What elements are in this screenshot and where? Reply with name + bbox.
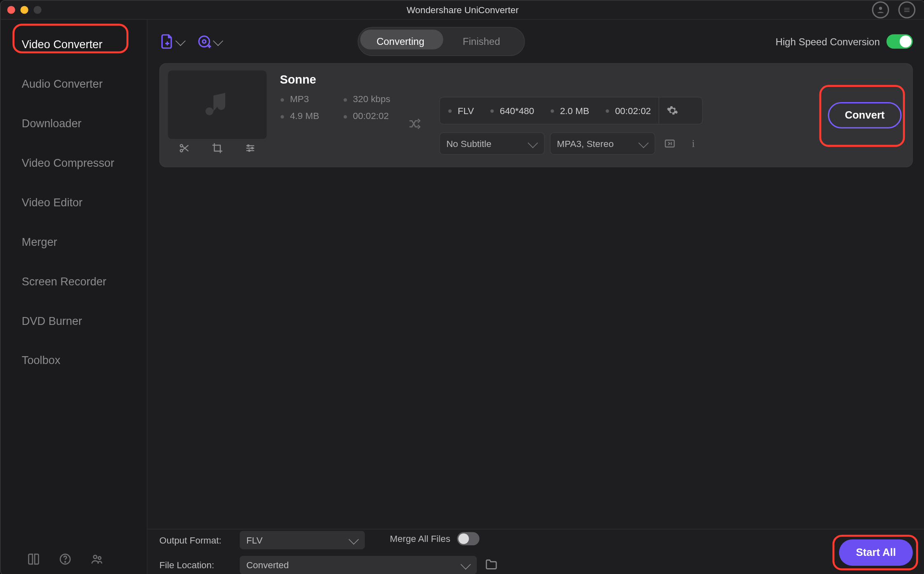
converting-finished-segment[interactable]: Converting Finished xyxy=(357,27,525,56)
src-bitrate: ●320 kbps xyxy=(343,93,390,104)
open-folder-icon[interactable] xyxy=(485,558,498,573)
guide-icon[interactable] xyxy=(27,553,40,568)
audio-value: MPA3, Stereo xyxy=(557,138,614,149)
file-location-label: File Location: xyxy=(159,560,232,571)
community-icon[interactable] xyxy=(90,553,103,568)
svg-point-9 xyxy=(203,40,206,43)
bottom-bar: Output Format: FLV Merge All Files File … xyxy=(147,529,924,574)
sidebar-item-merger[interactable]: Merger xyxy=(1,223,147,262)
chevron-down-icon xyxy=(460,559,471,569)
media-item-card: Sonne ●MP3 ●320 kbps ●4.9 MB ●00:02:02 xyxy=(159,63,913,168)
add-file-button[interactable] xyxy=(159,34,185,49)
svg-point-5 xyxy=(65,562,65,562)
seg-finished[interactable]: Finished xyxy=(441,32,522,51)
audio-dropdown[interactable]: MPA3, Stereo xyxy=(550,132,655,154)
account-icon[interactable] xyxy=(872,1,889,19)
svg-point-7 xyxy=(98,557,101,560)
help-icon[interactable] xyxy=(58,553,72,568)
file-location-value: Converted xyxy=(246,560,289,571)
high-speed-label: High Speed Conversion xyxy=(775,36,880,47)
file-location-dropdown[interactable]: Converted xyxy=(240,556,477,574)
seg-converting[interactable]: Converting xyxy=(360,32,441,51)
sidebar-footer xyxy=(1,545,147,574)
sidebar-item-video-editor[interactable]: Video Editor xyxy=(1,183,147,223)
src-duration: ●00:02:02 xyxy=(343,111,390,121)
chevron-down-icon xyxy=(638,138,649,148)
info-icon[interactable]: i xyxy=(684,134,702,153)
gear-icon[interactable] xyxy=(659,98,686,124)
sidebar-item-dvd-burner[interactable]: DVD Burner xyxy=(1,302,147,341)
merge-toggle[interactable] xyxy=(457,532,479,545)
expand-preview-icon[interactable] xyxy=(660,134,679,153)
svg-point-6 xyxy=(93,555,97,559)
chevron-down-icon xyxy=(527,138,538,148)
output-format-label: Output Format: xyxy=(159,535,232,546)
sidebar-item-toolbox[interactable]: Toolbox xyxy=(1,341,147,381)
svg-point-0 xyxy=(879,7,882,10)
subtitle-dropdown[interactable]: No Subtitle xyxy=(439,132,544,154)
out-format: ●FLV xyxy=(440,98,482,124)
chevron-down-icon xyxy=(213,35,223,46)
svg-point-12 xyxy=(247,145,249,147)
output-format-value: FLV xyxy=(246,535,262,546)
chevron-down-icon xyxy=(175,35,186,46)
svg-point-13 xyxy=(252,147,253,149)
chevron-down-icon xyxy=(349,534,359,544)
conversion-list: Sonne ●MP3 ●320 kbps ●4.9 MB ●00:02:02 xyxy=(147,63,924,529)
start-all-button[interactable]: Start All xyxy=(839,539,913,566)
close-window-icon[interactable] xyxy=(7,6,15,14)
convert-button[interactable]: Convert xyxy=(828,102,901,128)
titlebar: Wondershare UniConverter xyxy=(1,1,924,20)
effects-icon[interactable] xyxy=(244,142,256,156)
out-res: ●640*480 xyxy=(482,98,542,124)
src-format: ●MP3 xyxy=(280,93,319,104)
window-title: Wondershare UniConverter xyxy=(407,5,519,15)
out-duration: ●00:02:02 xyxy=(597,98,659,124)
menu-icon[interactable] xyxy=(898,1,916,19)
svg-point-8 xyxy=(199,36,210,47)
output-format-dropdown[interactable]: FLV xyxy=(240,531,365,549)
thumbnail[interactable] xyxy=(168,70,267,139)
trim-icon[interactable] xyxy=(178,142,190,156)
toolbar: Converting Finished High Speed Conversio… xyxy=(147,20,924,63)
out-size: ●2.0 MB xyxy=(542,98,597,124)
sidebar: Video Converter Audio Converter Download… xyxy=(1,20,148,574)
music-note-icon xyxy=(201,89,233,121)
sidebar-item-audio-converter[interactable]: Audio Converter xyxy=(1,65,147,104)
sidebar-item-video-compressor[interactable]: Video Compressor xyxy=(1,144,147,183)
merge-label: Merge All Files xyxy=(390,534,450,544)
app-window: Wondershare UniConverter Video Converter… xyxy=(0,0,924,574)
traffic-lights xyxy=(1,6,42,14)
maximize-window-icon[interactable] xyxy=(34,6,42,14)
sidebar-item-downloader[interactable]: Downloader xyxy=(1,104,147,144)
src-size: ●4.9 MB xyxy=(280,111,319,121)
minimize-window-icon[interactable] xyxy=(21,6,28,14)
subtitle-value: No Subtitle xyxy=(446,138,492,149)
content: Converting Finished High Speed Conversio… xyxy=(147,20,924,574)
add-disc-button[interactable] xyxy=(197,34,222,49)
sidebar-item-video-converter[interactable]: Video Converter xyxy=(1,25,147,65)
output-settings-bar[interactable]: ●FLV ●640*480 ●2.0 MB ●00:02:02 xyxy=(439,97,702,124)
sidebar-item-screen-recorder[interactable]: Screen Recorder xyxy=(1,262,147,302)
svg-point-14 xyxy=(249,150,250,152)
item-title: Sonne xyxy=(280,73,390,87)
crop-icon[interactable] xyxy=(211,142,223,156)
high-speed-toggle[interactable] xyxy=(887,34,913,49)
swap-icon[interactable] xyxy=(408,117,422,134)
